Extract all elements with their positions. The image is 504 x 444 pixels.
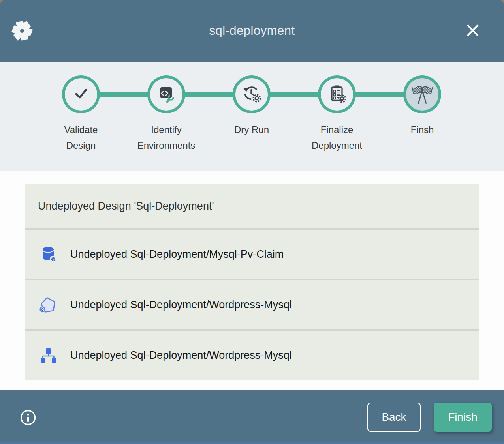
deployment-log-panel: Undeployed Design 'Sql-Deployment' ? Und… <box>25 184 479 380</box>
database-icon: ? <box>39 245 58 264</box>
step-circle-dry-run <box>233 75 271 113</box>
step-circle-identify-environments <box>147 75 185 113</box>
step-label: Identify Environments <box>137 122 196 154</box>
log-row-wordpress-mysql-pod: Undeployed Sql-Deployment/Wordpress-Mysq… <box>25 280 479 329</box>
step-circle-finish <box>403 75 441 113</box>
step-label: Dry Run <box>234 122 269 138</box>
log-row-mysql-pv-claim: ? Undeployed Sql-Deployment/Mysql-Pv-Cla… <box>25 230 479 279</box>
step-circle-validate-design <box>62 75 100 113</box>
step-identify-environments: Identify Environments <box>124 62 209 154</box>
info-button[interactable] <box>20 409 36 426</box>
pod-pentagon-icon <box>39 295 58 314</box>
deployment-wizard-dialog: sql-deployment Vali <box>0 0 504 444</box>
close-icon <box>465 22 481 39</box>
step-validate-design: Validate Design <box>38 62 124 154</box>
clipboard-gear-icon <box>327 83 347 105</box>
step-label: Validate Design <box>64 122 98 154</box>
dialog-title: sql-deployment <box>209 24 295 38</box>
step-finish: Finsh <box>380 62 465 154</box>
log-header-row: Undeployed Design 'Sql-Deployment' <box>25 184 479 228</box>
log-row-text: Undeployed Sql-Deployment/Wordpress-Mysq… <box>70 349 292 362</box>
log-row-wordpress-mysql-service: Undeployed Sql-Deployment/Wordpress-Mysq… <box>25 331 479 380</box>
log-row-text: Undeployed Sql-Deployment/Wordpress-Mysq… <box>70 299 292 311</box>
checkered-flags-icon <box>410 82 434 107</box>
check-icon <box>71 83 91 105</box>
back-button[interactable]: Back <box>367 403 421 432</box>
log-row-text: Undeployed Sql-Deployment/Mysql-Pv-Claim <box>70 248 284 260</box>
code-window-wrench-icon <box>156 83 177 105</box>
close-button[interactable] <box>465 22 481 39</box>
wizard-stepper: Validate Design <box>0 62 504 171</box>
log-header-text: Undeployed Design 'Sql-Deployment' <box>38 200 214 212</box>
bottom-accent-strip <box>0 442 504 444</box>
step-circle-finalize-deployment <box>318 75 356 113</box>
step-label: Finalize Deployment <box>312 122 362 154</box>
service-tree-icon <box>39 346 58 365</box>
dialog-header: sql-deployment <box>0 0 504 62</box>
svg-text:?: ? <box>52 258 55 262</box>
finish-button[interactable]: Finish <box>434 403 492 432</box>
step-dry-run: Dry Run <box>209 62 294 154</box>
deployment-log-area: Undeployed Design 'Sql-Deployment' ? Und… <box>0 171 504 390</box>
sync-gear-icon <box>241 83 262 105</box>
info-icon <box>20 421 36 427</box>
step-label: Finsh <box>411 122 434 138</box>
dialog-footer: Back Finish <box>0 390 504 444</box>
app-pinwheel-logo-icon <box>11 20 33 42</box>
step-finalize-deployment: Finalize Deployment <box>294 62 380 154</box>
